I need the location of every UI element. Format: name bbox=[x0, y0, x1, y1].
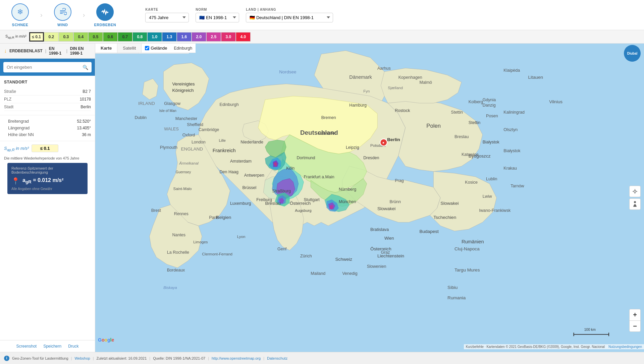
svg-text:Olsztyn: Olsztyn bbox=[503, 127, 518, 132]
legend-item-6[interactable]: 0.7 bbox=[118, 32, 132, 42]
nav-item-schnee[interactable]: ❄ SCHNEE bbox=[7, 3, 34, 27]
main-content: ↓ ERDBEBENLAST | EN 1998-1 | DIN EN 1998… bbox=[0, 44, 644, 352]
svg-text:Glasgow: Glasgow bbox=[164, 101, 181, 106]
svg-text:Cluj-Napoca: Cluj-Napoca bbox=[454, 246, 480, 251]
svg-text:IRLAND: IRLAND bbox=[138, 101, 155, 106]
svg-text:Frankreich: Frankreich bbox=[213, 148, 236, 153]
svg-text:Lublin: Lublin bbox=[486, 177, 497, 181]
svg-text:Wien: Wien bbox=[384, 236, 394, 241]
zoom-out-button[interactable]: − bbox=[629, 320, 641, 332]
svg-text:Brünn: Brünn bbox=[390, 199, 401, 204]
svg-text:Stettin: Stettin bbox=[469, 120, 481, 125]
footer-webshop[interactable]: Webshop bbox=[74, 356, 90, 360]
legend-item-3[interactable]: 0.4 bbox=[73, 32, 88, 42]
legend-item-13[interactable]: 3.0 bbox=[221, 32, 236, 42]
svg-text:Edinburgh: Edinburgh bbox=[220, 102, 239, 107]
svg-text:Zürich: Zürich bbox=[300, 254, 312, 258]
result-formula: Sap,R in m/s² bbox=[4, 146, 29, 152]
land-select[interactable]: 🇩🇪 Deutschland | DIN EN 1998-1 bbox=[246, 13, 333, 22]
svg-text:Mailand: Mailand bbox=[311, 271, 325, 276]
nav-item-wind[interactable]: WIND bbox=[49, 3, 76, 27]
footer-text1: Geo-Zonen-Tool für Lastermittlung bbox=[12, 356, 68, 360]
footer-sep1: | bbox=[71, 356, 72, 360]
google-logo: Google bbox=[98, 337, 114, 343]
svg-text:Den Haag: Den Haag bbox=[220, 170, 238, 174]
screenshot-button[interactable]: Screenshot bbox=[16, 344, 37, 349]
tab-karte-btn[interactable]: Karte bbox=[95, 44, 117, 53]
druck-button[interactable]: Druck bbox=[68, 344, 78, 349]
tab-satellit-btn[interactable]: Satellit bbox=[117, 44, 142, 53]
svg-text:Slowenien: Slowenien bbox=[367, 264, 386, 269]
svg-text:Slowakei: Slowakei bbox=[377, 206, 395, 211]
svg-text:Berlin: Berlin bbox=[387, 137, 400, 142]
svg-text:Budapest: Budapest bbox=[419, 229, 439, 234]
svg-text:Nürnberg: Nürnberg bbox=[339, 187, 356, 192]
norm-select[interactable]: 🇪🇺 EN 1998-1 bbox=[196, 13, 239, 22]
search-container: 🔍 bbox=[0, 59, 95, 76]
person-button[interactable] bbox=[629, 198, 641, 210]
coord-row-hoehe: Höhe über NN 36 m bbox=[4, 131, 91, 138]
svg-text:Antwerpen: Antwerpen bbox=[244, 173, 264, 178]
svg-text:Biskaya: Biskaya bbox=[163, 286, 177, 290]
karte-select[interactable]: 475 Jahre 1000 Jahre 2475 Jahre bbox=[145, 13, 189, 22]
legend-item-8[interactable]: 1.0 bbox=[147, 32, 162, 42]
search-input[interactable] bbox=[3, 62, 92, 72]
svg-text:Köln: Köln bbox=[286, 166, 294, 171]
svg-text:Saint-Malo: Saint-Malo bbox=[173, 187, 192, 191]
legend-item-5[interactable]: 0.6 bbox=[103, 32, 118, 42]
svg-text:Kosice: Kosice bbox=[465, 180, 478, 185]
legend-item-9[interactable]: 1.3 bbox=[162, 32, 177, 42]
search-icon: 🔍 bbox=[83, 65, 88, 70]
location-button[interactable] bbox=[629, 186, 641, 197]
erdbeben-norm: EN 1998-1 bbox=[49, 46, 64, 56]
svg-text:Oxford: Oxford bbox=[182, 133, 195, 137]
gelande-toggle[interactable]: Gelände bbox=[142, 44, 170, 53]
svg-text:ENGLAND: ENGLAND bbox=[181, 146, 203, 151]
svg-text:Leipzig: Leipzig bbox=[346, 145, 359, 150]
map-tab-bar: Karte Satellit Gelände Edinburgh bbox=[95, 44, 196, 53]
legend-item-7[interactable]: 0.8 bbox=[132, 32, 147, 42]
svg-text:Genf: Genf bbox=[277, 247, 287, 251]
map-container[interactable]: Karte Satellit Gelände Edinburgh bbox=[95, 44, 644, 352]
nav-arrow-2: › bbox=[83, 11, 85, 19]
svg-text:Tarnów: Tarnów bbox=[511, 184, 524, 188]
legend-item-10[interactable]: 1.6 bbox=[177, 32, 192, 42]
nutzungsbedingungen[interactable]: Nutzungsbedingungen bbox=[608, 345, 642, 349]
svg-text:Stettin: Stettin bbox=[451, 110, 463, 115]
footer-openstreetmap[interactable]: http://www.openstreetmap.org bbox=[212, 356, 261, 360]
zoom-in-button[interactable]: + bbox=[629, 309, 641, 320]
speichern-button[interactable]: Speichern bbox=[43, 344, 61, 349]
top-navigation: ❄ SCHNEE › WIND › ERDBEBEN KARTE 475 Jah… bbox=[0, 0, 644, 30]
svg-text:Klaipėda: Klaipėda bbox=[503, 68, 520, 73]
ref-formula-row: 📍 agR = 0.012 m/s² bbox=[11, 177, 84, 185]
norm-label: NORM bbox=[196, 8, 239, 11]
svg-text:Augsburg: Augsburg bbox=[295, 208, 311, 213]
legend-bar: Sap,R in m/s² ≤ 0.1 0.2 0.3 0.4 0.5 0.6 … bbox=[0, 30, 644, 44]
svg-text:Targu Mures: Targu Mures bbox=[454, 267, 480, 272]
footer-sep3: | bbox=[149, 356, 150, 360]
svg-text:Straßburg: Straßburg bbox=[272, 189, 291, 193]
svg-text:Rumania: Rumania bbox=[447, 295, 466, 300]
svg-text:Manchester: Manchester bbox=[175, 116, 197, 121]
svg-text:Sheffield: Sheffield bbox=[187, 122, 203, 127]
nav-item-erdbeben[interactable]: ERDBEBEN bbox=[92, 3, 118, 27]
svg-text:Lwiw: Lwiw bbox=[483, 194, 492, 199]
diubal-badge[interactable]: Diubal bbox=[624, 45, 641, 62]
svg-text:●: ● bbox=[382, 141, 384, 144]
legend-item-14[interactable]: 4.0 bbox=[236, 32, 251, 42]
gelande-check[interactable] bbox=[145, 46, 149, 50]
legend-item-4[interactable]: 0.5 bbox=[88, 32, 103, 42]
svg-text:Limoges: Limoges bbox=[193, 240, 208, 244]
svg-text:London: London bbox=[192, 140, 206, 144]
legend-item-12[interactable]: 2.5 bbox=[206, 32, 221, 42]
footer-datenschutz[interactable]: Datenschutz bbox=[267, 356, 287, 360]
map-attribution: Kurzbefehle · Kartendaten © 2021 GeoBasi… bbox=[464, 344, 644, 349]
legend-item-2[interactable]: 0.3 bbox=[59, 32, 73, 42]
search-input-wrap: 🔍 bbox=[3, 62, 92, 72]
legend-item-0[interactable]: ≤ 0.1 bbox=[29, 32, 44, 42]
svg-text:Kopenhagen: Kopenhagen bbox=[398, 75, 422, 80]
svg-text:Frankfurt a.Main: Frankfurt a.Main bbox=[304, 175, 334, 180]
legend-item-11[interactable]: 2.0 bbox=[192, 32, 206, 42]
svg-text:Stuttgart: Stuttgart bbox=[304, 197, 320, 202]
legend-item-1[interactable]: 0.2 bbox=[44, 32, 59, 42]
